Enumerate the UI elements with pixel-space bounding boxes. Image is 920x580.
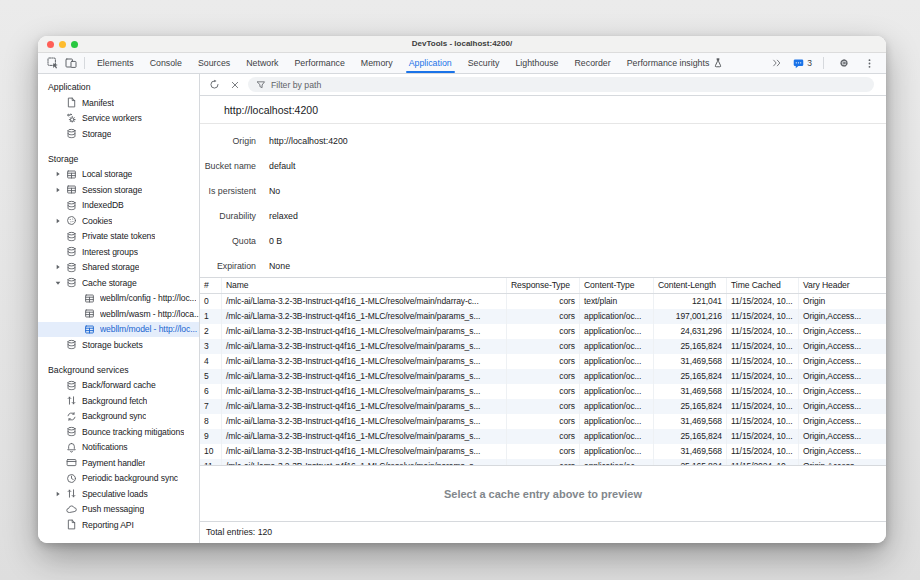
cell-name: /mlc-ai/Llama-3.2-3B-Instruct-q4f16_1-ML…: [222, 459, 507, 466]
menu-button[interactable]: [860, 55, 878, 72]
sidebar-item-push-messaging[interactable]: Push messaging: [38, 502, 199, 518]
chevron-down-icon[interactable]: [54, 279, 66, 287]
more-tabs-button[interactable]: [768, 55, 786, 72]
meta-row-origin: Originhttp://localhost:4200: [200, 128, 886, 153]
meta-label: Origin: [200, 136, 256, 146]
tab-recorder[interactable]: Recorder: [567, 53, 619, 73]
cache-entry-row[interactable]: 1/mlc-ai/Llama-3.2-3B-Instruct-q4f16_1-M…: [200, 309, 886, 324]
settings-button[interactable]: [835, 55, 853, 72]
cache-entry-row[interactable]: 8/mlc-ai/Llama-3.2-3B-Instruct-q4f16_1-M…: [200, 414, 886, 429]
cell-name: /mlc-ai/Llama-3.2-3B-Instruct-q4f16_1-ML…: [222, 309, 507, 324]
tab-performance-insights[interactable]: Performance insights: [619, 53, 732, 73]
tab-label: Console: [150, 53, 182, 73]
column-header-response-type[interactable]: Response-Type: [507, 278, 580, 293]
tab-network[interactable]: Network: [238, 53, 286, 73]
tab-security[interactable]: Security: [460, 53, 508, 73]
tab-console[interactable]: Console: [142, 53, 190, 73]
tab-lighthouse[interactable]: Lighthouse: [507, 53, 566, 73]
sidebar-item-indexeddb[interactable]: IndexedDB: [38, 198, 199, 214]
tab-performance[interactable]: Performance: [287, 53, 353, 73]
cache-entry-row[interactable]: 4/mlc-ai/Llama-3.2-3B-Instruct-q4f16_1-M…: [200, 354, 886, 369]
console-bubble-icon: [793, 58, 804, 69]
tab-memory[interactable]: Memory: [353, 53, 401, 73]
sidebar-item-label: Private state tokens: [82, 231, 155, 241]
cell-vary: Origin,Access...: [799, 384, 886, 399]
chevron-right-icon[interactable]: [54, 263, 66, 271]
chevron-right-icon[interactable]: [54, 186, 66, 194]
sidebar-item-background-sync[interactable]: Background sync: [38, 409, 199, 425]
column-header-[interactable]: #: [200, 278, 222, 293]
toolbar-divider: [84, 57, 85, 69]
sidebar-item-speculative-loads[interactable]: Speculative loads: [38, 486, 199, 502]
cache-entry-row[interactable]: 5/mlc-ai/Llama-3.2-3B-Instruct-q4f16_1-M…: [200, 369, 886, 384]
cache-entry-row[interactable]: 6/mlc-ai/Llama-3.2-3B-Instruct-q4f16_1-M…: [200, 384, 886, 399]
filter-funnel-icon: [256, 80, 266, 90]
chevron-right-icon[interactable]: [54, 490, 66, 498]
sidebar-item-webllm-model-http-loc[interactable]: webllm/model - http://loc...: [38, 322, 199, 338]
delete-selected-button[interactable]: [227, 77, 243, 93]
tab-application[interactable]: Application: [401, 53, 460, 73]
refresh-button[interactable]: [206, 77, 222, 93]
inspect-element-button[interactable]: [44, 55, 62, 72]
sidebar-item-service-workers[interactable]: Service workers: [38, 111, 199, 127]
table-icon: [66, 169, 77, 180]
sidebar-item-private-state-tokens[interactable]: Private state tokens: [38, 229, 199, 245]
close-button[interactable]: [47, 41, 54, 48]
meta-label: Durability: [200, 211, 256, 221]
cell-time-cached: 11/15/2024, 10...: [727, 384, 799, 399]
cache-entry-row[interactable]: 10/mlc-ai/Llama-3.2-3B-Instruct-q4f16_1-…: [200, 444, 886, 459]
chevron-right-icon[interactable]: [54, 217, 66, 225]
chevron-right-icon[interactable]: [54, 170, 66, 178]
minimize-button[interactable]: [59, 41, 66, 48]
sidebar-item-label: Service workers: [82, 113, 142, 123]
cell-content-type: application/oc...: [580, 369, 654, 384]
tab-label: Network: [246, 53, 278, 73]
sidebar-item-session-storage[interactable]: Session storage: [38, 182, 199, 198]
sidebar-item-webllm-wasm-http-loca[interactable]: webllm/wasm - http://loca...: [38, 306, 199, 322]
sidebar-item-label: Payment handler: [82, 458, 145, 468]
cell-num: 5: [200, 369, 222, 384]
sidebar-item-notifications[interactable]: Notifications: [38, 440, 199, 456]
meta-value: No: [269, 186, 280, 196]
console-messages-button[interactable]: 3: [793, 58, 812, 69]
cache-entry-row[interactable]: 7/mlc-ai/Llama-3.2-3B-Instruct-q4f16_1-M…: [200, 399, 886, 414]
sidebar-item-periodic-background-sync[interactable]: Periodic background sync: [38, 471, 199, 487]
column-header-content-length[interactable]: Content-Length: [654, 278, 727, 293]
tab-sources[interactable]: Sources: [190, 53, 238, 73]
device-toolbar-button[interactable]: [62, 55, 80, 72]
sidebar-item-manifest[interactable]: Manifest: [38, 95, 199, 111]
sidebar-item-back-forward-cache[interactable]: Back/forward cache: [38, 378, 199, 394]
tab-elements[interactable]: Elements: [89, 53, 142, 73]
cell-time-cached: 11/15/2024, 10...: [727, 354, 799, 369]
sidebar-item-bounce-tracking-mitigations[interactable]: Bounce tracking mitigations: [38, 424, 199, 440]
sidebar-item-storage[interactable]: Storage: [38, 126, 199, 142]
sidebar-item-payment-handler[interactable]: Payment handler: [38, 455, 199, 471]
cache-entry-row[interactable]: 0/mlc-ai/Llama-3.2-3B-Instruct-q4f16_1-M…: [200, 294, 886, 309]
cell-response-type: cors: [507, 399, 580, 414]
cache-entry-row[interactable]: 9/mlc-ai/Llama-3.2-3B-Instruct-q4f16_1-M…: [200, 429, 886, 444]
cache-entry-row[interactable]: 11/mlc-ai/Llama-3.2-3B-Instruct-q4f16_1-…: [200, 459, 886, 466]
sidebar-item-background-fetch[interactable]: Background fetch: [38, 393, 199, 409]
sidebar-item-label: Shared storage: [82, 262, 139, 272]
cell-num: 11: [200, 459, 222, 466]
column-header-name[interactable]: Name: [222, 278, 507, 293]
column-header-content-type[interactable]: Content-Type: [580, 278, 654, 293]
sidebar-item-reporting-api[interactable]: Reporting API: [38, 517, 199, 533]
column-header-vary-header[interactable]: Vary Header: [799, 278, 886, 293]
column-header-time-cached[interactable]: Time Cached: [727, 278, 799, 293]
cell-response-type: cors: [507, 369, 580, 384]
sidebar-item-shared-storage[interactable]: Shared storage: [38, 260, 199, 276]
sidebar-item-cookies[interactable]: Cookies: [38, 213, 199, 229]
cache-entry-row[interactable]: 3/mlc-ai/Llama-3.2-3B-Instruct-q4f16_1-M…: [200, 339, 886, 354]
sidebar-item-storage-buckets[interactable]: Storage buckets: [38, 337, 199, 353]
zoom-button[interactable]: [71, 41, 78, 48]
cell-vary: Origin,Access...: [799, 414, 886, 429]
filter-input[interactable]: Filter by path: [248, 77, 874, 92]
sidebar-item-cache-storage[interactable]: Cache storage: [38, 275, 199, 291]
tabbar-right-controls: 3: [768, 55, 880, 72]
sidebar-item-interest-groups[interactable]: Interest groups: [38, 244, 199, 260]
sidebar-item-webllm-config-http-loc[interactable]: webllm/config - http://loc...: [38, 291, 199, 307]
cell-content-type: application/oc...: [580, 444, 654, 459]
sidebar-item-local-storage[interactable]: Local storage: [38, 167, 199, 183]
cache-entry-row[interactable]: 2/mlc-ai/Llama-3.2-3B-Instruct-q4f16_1-M…: [200, 324, 886, 339]
